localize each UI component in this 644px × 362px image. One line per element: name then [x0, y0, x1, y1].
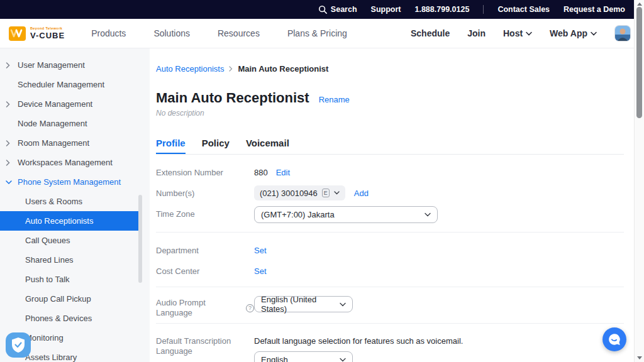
tab-profile[interactable]: Profile: [156, 138, 186, 155]
top-utility-bar: Search Support 1.888.799.0125 Contact Sa…: [0, 0, 644, 19]
sidebar-item-shared-lines[interactable]: Shared Lines: [0, 250, 150, 270]
breadcrumb: Auto Receptionists Main Auto Receptionis…: [156, 64, 328, 74]
chevron-right-icon: [6, 101, 10, 107]
nav-item-products[interactable]: Products: [91, 28, 126, 38]
nav-item-solutions[interactable]: Solutions: [153, 28, 190, 38]
chat-support-button[interactable]: [602, 327, 626, 351]
numbers-dropdown[interactable]: (021) 30010946 E: [254, 185, 345, 200]
timezone-select[interactable]: (GMT+7:00) Jakarta: [254, 206, 438, 223]
numbers-value: (021) 30010946: [260, 189, 318, 198]
sidebar-item-scheduler-management[interactable]: Scheduler Management: [0, 75, 150, 94]
page-description: No description: [156, 109, 204, 118]
search-button[interactable]: Search: [318, 5, 357, 14]
tab-policy[interactable]: Policy: [202, 138, 230, 155]
sidebar-item-user-management[interactable]: User Management: [0, 55, 150, 75]
audio-prompt-label: Audio Prompt Language: [156, 298, 243, 319]
chevron-right-icon: [6, 62, 10, 69]
logo-tagline: Beyond Telework: [30, 27, 65, 31]
sidebar-item-phones-devices[interactable]: Phones & Devices: [0, 309, 150, 328]
phone-number[interactable]: 1.888.799.0125: [414, 5, 469, 14]
breadcrumb-parent-link[interactable]: Auto Receptionists: [156, 64, 224, 74]
nav-item-resources[interactable]: Resources: [218, 28, 260, 38]
sidebar-item-node-management[interactable]: Node Management: [0, 114, 150, 133]
tab-voicemail[interactable]: Voicemail: [246, 138, 289, 155]
support-link[interactable]: Support: [371, 5, 401, 14]
divider: [156, 232, 624, 233]
page-title: Main Auto Receptionist: [156, 90, 309, 106]
tab-bar: Profile Policy Voicemail: [156, 138, 289, 155]
rename-link[interactable]: Rename: [319, 95, 350, 104]
cost-center-label: Cost Center: [156, 263, 254, 277]
extension-number-value: 880: [254, 168, 268, 177]
vcube-logo[interactable]: Beyond Telework V-CUBE: [9, 26, 65, 41]
audio-prompt-select[interactable]: English (United States): [254, 296, 353, 312]
page-scrollbar-thumb[interactable]: [636, 7, 642, 118]
sidebar-item-group-call-pickup[interactable]: Group Call Pickup: [0, 289, 150, 309]
extension-number-label: Extension Number: [156, 165, 254, 178]
search-label: Search: [331, 5, 357, 14]
numbers-add-link[interactable]: Add: [354, 189, 369, 198]
department-label: Department: [156, 243, 254, 256]
shield-check-icon: [11, 337, 26, 353]
number-type-badge: E: [322, 189, 330, 197]
chevron-down-icon: [340, 358, 346, 362]
scroll-up-arrow[interactable]: [637, 3, 642, 6]
chevron-down-icon: [6, 180, 12, 184]
sidebar-item-workspaces-management[interactable]: Workspaces Management: [0, 153, 150, 172]
privacy-shield-button[interactable]: [6, 332, 31, 358]
chevron-right-icon: [229, 66, 233, 72]
timezone-label: Time Zone: [156, 206, 254, 219]
transcription-label: Default Transcription Language: [156, 333, 254, 357]
page-scrollbar: [634, 0, 644, 362]
vcube-cube-icon: [9, 26, 26, 41]
scroll-down-arrow[interactable]: [637, 356, 642, 359]
cost-center-set-link[interactable]: Set: [254, 266, 267, 276]
transcription-select[interactable]: English: [254, 351, 353, 362]
schedule-link[interactable]: Schedule: [411, 28, 450, 38]
sidebar-item-auto-receptionists[interactable]: Auto Receptionists: [0, 211, 139, 231]
join-link[interactable]: Join: [467, 28, 486, 38]
extension-edit-link[interactable]: Edit: [276, 168, 290, 177]
divider: [483, 5, 484, 14]
sidebar-item-phone-system-management[interactable]: Phone System Management: [0, 172, 150, 192]
divider: [156, 154, 624, 155]
chevron-down-icon: [526, 31, 532, 36]
sidebar-item-push-to-talk[interactable]: Push to Talk: [0, 270, 150, 289]
primary-nav: Products Solutions Resources Plans & Pri…: [91, 28, 347, 38]
request-demo-link[interactable]: Request a Demo: [564, 5, 625, 14]
main-header: Beyond Telework V-CUBE Products Solution…: [0, 19, 644, 48]
sidebar-item-device-management[interactable]: Device Management: [0, 94, 150, 114]
chevron-right-icon: [6, 140, 10, 146]
host-menu[interactable]: Host: [503, 28, 532, 38]
transcription-description: Default language selection for features …: [254, 333, 463, 346]
audio-prompt-label-wrap: Audio Prompt Language ?: [156, 296, 254, 319]
numbers-label: Number(s): [156, 185, 254, 199]
admin-sidebar: User Management Scheduler Management Dev…: [0, 48, 150, 362]
chevron-down-icon: [334, 191, 340, 195]
divider: [156, 287, 624, 287]
header-actions: Schedule Join Host Web App: [411, 25, 631, 41]
chat-bubble-icon: [608, 332, 621, 346]
divider: [156, 323, 624, 324]
sidebar-item-users-rooms[interactable]: Users & Rooms: [0, 192, 150, 211]
contact-sales-link[interactable]: Contact Sales: [497, 5, 550, 14]
chevron-down-icon: [425, 212, 431, 217]
sidebar-item-call-queues[interactable]: Call Queues: [0, 231, 150, 250]
web-app-menu[interactable]: Web App: [550, 28, 597, 38]
chevron-right-icon: [6, 160, 10, 166]
logo-name: V-CUBE: [30, 31, 65, 40]
sidebar-scrollbar-thumb[interactable]: [138, 195, 142, 283]
user-avatar[interactable]: [614, 25, 631, 41]
chevron-down-icon: [591, 31, 597, 36]
chevron-down-icon: [340, 302, 346, 307]
breadcrumb-current: Main Auto Receptionist: [238, 64, 328, 74]
sidebar-item-room-management[interactable]: Room Management: [0, 133, 150, 153]
nav-item-plans-pricing[interactable]: Plans & Pricing: [287, 28, 347, 38]
department-set-link[interactable]: Set: [254, 246, 267, 255]
help-icon[interactable]: ?: [246, 304, 254, 312]
search-icon: [318, 5, 327, 14]
